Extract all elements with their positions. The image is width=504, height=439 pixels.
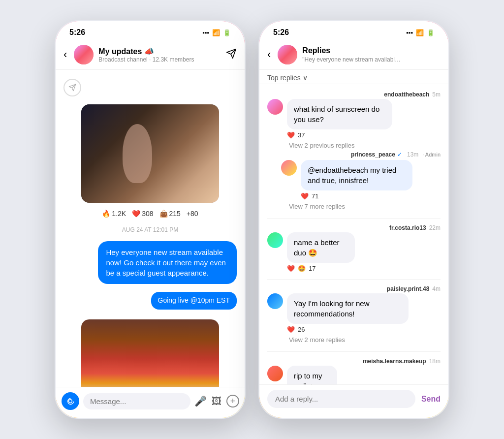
- input-icons: 🎤 🖼 +: [194, 395, 239, 408]
- bubble-endo: what kind of sunscreen do you use?: [287, 99, 392, 129]
- avatar-endo: [267, 99, 283, 115]
- avatar-princess: [281, 160, 297, 176]
- phone-2: 5:26 ▪▪▪ 📶 🔋 ‹ Replies "Hey everyone new…: [258, 20, 450, 419]
- avatar-1: [74, 45, 94, 64]
- send-button[interactable]: Send: [421, 395, 441, 404]
- chat-header-1: ‹ My updates 📣 Broadcast channel · 12.3K…: [56, 41, 245, 70]
- replies-body: endoatthebeach 5m what kind of sunscreen…: [259, 84, 448, 384]
- reaction-plus-1[interactable]: +80: [187, 210, 198, 218]
- reply-input[interactable]: [267, 390, 415, 408]
- time-endo: 5m: [432, 91, 441, 98]
- reaction-heart-1[interactable]: ❤️308: [132, 210, 153, 218]
- send-icon-header[interactable]: [226, 48, 237, 62]
- phone-1: 5:26 ▪▪▪ 📶 🔋 ‹ My updates 📣 Broadcast ch…: [54, 20, 246, 419]
- channel-title: My updates 📣: [98, 47, 221, 56]
- admin-badge: · Admin: [422, 152, 441, 157]
- battery-icon: 🔋: [223, 29, 231, 36]
- wifi-icon-2: 📶: [416, 29, 424, 36]
- wifi-icon: 📶: [212, 29, 220, 36]
- reactions-row-1: 🔥1.2K ❤️308 👜215 +80: [56, 207, 245, 220]
- reply-row-princess: @endoatthebeach my tried and true, innis…: [281, 160, 441, 200]
- view-more-1b[interactable]: View 7 more replies: [267, 201, 441, 212]
- top-replies-bar[interactable]: Top replies ∨: [259, 70, 448, 84]
- bubble-costa: name a better duo 🤩: [287, 232, 355, 263]
- back-button-1[interactable]: ‹: [63, 48, 67, 61]
- avatar-costa: [267, 232, 283, 248]
- signal-icon-2: ▪▪▪: [406, 29, 413, 36]
- reactions-costa[interactable]: ❤️🤩17: [287, 265, 372, 272]
- reply-row-endo: what kind of sunscreen do you use? ❤️37: [267, 99, 441, 139]
- image-1: [81, 104, 219, 203]
- replies-subtitle: "Hey everyone new stream available now! …: [302, 56, 401, 63]
- svg-point-6: [69, 400, 72, 403]
- reply-input-bar: Send: [259, 384, 448, 418]
- date-separator: AUG 24 AT 12:01 PM: [56, 220, 245, 239]
- thread-4: meisha.learns.makeup 18m rip to my walle…: [259, 355, 448, 384]
- chat-input-bar-1: 🎤 🖼 +: [56, 387, 245, 418]
- time-costa: 22m: [429, 224, 441, 231]
- reply-row-costa: name a better duo 🤩 ❤️🤩17: [267, 232, 441, 272]
- header-info-2: Replies "Hey everyone new stream availab…: [302, 46, 441, 63]
- mic-icon[interactable]: 🎤: [194, 395, 207, 407]
- time-princess: 13m: [407, 151, 418, 158]
- forward-icon: [63, 79, 81, 96]
- message-input[interactable]: [83, 393, 190, 409]
- bubble-meisha: rip to my wallet: [287, 366, 337, 384]
- username-paisley: paisley.print.48: [387, 285, 429, 292]
- plus-icon[interactable]: +: [226, 395, 239, 408]
- camera-button[interactable]: [62, 392, 79, 410]
- reaction-fire-1[interactable]: 🔥1.2K: [102, 210, 126, 218]
- bubble-princess: @endoatthebeach my tried and true, innis…: [301, 160, 412, 190]
- username-meisha: meisha.learns.makeup: [363, 358, 426, 365]
- signal-icon: ▪▪▪: [202, 29, 209, 36]
- thread-1: endoatthebeach 5m what kind of sunscreen…: [259, 88, 448, 215]
- status-time-2: 5:26: [273, 28, 289, 37]
- status-icons-1: ▪▪▪ 📶 🔋: [202, 29, 231, 36]
- divider-1: [267, 218, 441, 219]
- divider-2: [267, 279, 441, 280]
- chat-body-1: 🔥1.2K ❤️308 👜215 +80 AUG 24 AT 12:01 PM …: [56, 70, 245, 387]
- username-princess: princess_peace: [351, 151, 395, 158]
- bubble-paisley: Yay I'm looking for new recommendations!: [287, 293, 409, 324]
- chat-header-2: ‹ Replies "Hey everyone new stream avail…: [259, 41, 448, 70]
- avatar-meisha: [267, 366, 283, 381]
- message-text-1: Hey everyone new stream available now! G…: [98, 241, 237, 284]
- top-replies-label: Top replies: [267, 74, 301, 82]
- back-button-2[interactable]: ‹: [267, 48, 271, 61]
- reactions-princess[interactable]: ❤️71: [301, 192, 441, 200]
- avatar-2: [278, 45, 297, 64]
- message-bubble-1: Hey everyone new stream available now! G…: [56, 239, 245, 286]
- verified-icon: ✓: [397, 151, 402, 158]
- reactions-endo[interactable]: ❤️37: [287, 131, 418, 139]
- chevron-down-icon: ∨: [303, 74, 308, 82]
- image-message-1: [56, 100, 245, 207]
- avatar-paisley: [267, 293, 283, 309]
- view-more-1[interactable]: View 2 previous replies: [267, 140, 441, 151]
- reply-row-paisley: Yay I'm looking for new recommendations!…: [267, 293, 441, 333]
- reply-row-meisha: rip to my wallet ❤️22: [267, 366, 441, 384]
- replies-title: Replies: [302, 46, 441, 55]
- username-costa: fr.costa.rio13: [389, 224, 426, 231]
- message-text-2: Going live @10pm EST: [151, 292, 237, 310]
- divider-3: [267, 351, 441, 352]
- image-icon[interactable]: 🖼: [212, 396, 221, 407]
- status-time-1: 5:26: [69, 28, 85, 37]
- time-paisley: 4m: [432, 285, 441, 292]
- image-2: [81, 319, 219, 387]
- forward-icon-row: [56, 75, 245, 100]
- status-bar-1: 5:26 ▪▪▪ 📶 🔋: [56, 21, 245, 41]
- reactions-paisley[interactable]: ❤️26: [287, 326, 439, 333]
- time-meisha: 18m: [429, 358, 441, 365]
- battery-icon-2: 🔋: [427, 29, 435, 36]
- channel-subtitle: Broadcast channel · 12.3K members: [98, 56, 221, 63]
- image-message-2: [56, 315, 245, 387]
- status-bar-2: 5:26 ▪▪▪ 📶 🔋: [259, 21, 448, 41]
- status-icons-2: ▪▪▪ 📶 🔋: [406, 29, 435, 36]
- view-more-3[interactable]: View 2 more replies: [267, 334, 441, 345]
- admin-meta: princess_peace ✓ 13m · Admin: [281, 151, 441, 158]
- header-info-1: My updates 📣 Broadcast channel · 12.3K m…: [98, 47, 221, 63]
- thread-3: paisley.print.48 4m Yay I'm looking for …: [259, 282, 448, 348]
- message-bubble-2: Going live @10pm EST: [56, 288, 245, 312]
- reaction-bag-1[interactable]: 👜215: [159, 210, 181, 218]
- thread-2: fr.costa.rio13 22m name a better duo 🤩 ❤…: [259, 221, 448, 276]
